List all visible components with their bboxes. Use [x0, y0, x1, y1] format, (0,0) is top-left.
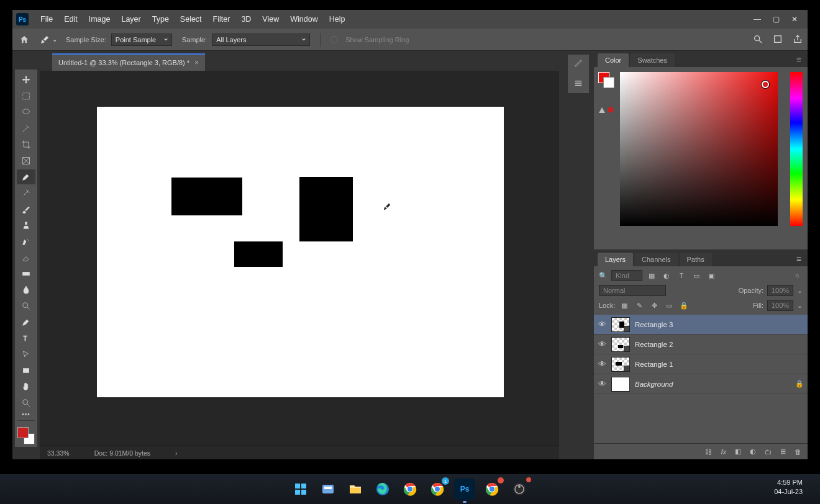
delete-layer-icon[interactable]: 🗑: [795, 448, 801, 456]
clone-stamp-tool[interactable]: [17, 218, 35, 233]
eraser-tool[interactable]: [17, 250, 35, 265]
properties-icon[interactable]: [573, 78, 583, 89]
taskbar-chrome[interactable]: [399, 479, 421, 500]
lock-transparency-icon[interactable]: ▦: [619, 300, 630, 310]
sample-select[interactable]: All Layers: [212, 34, 310, 46]
color-swatches[interactable]: [17, 427, 35, 444]
link-layers-icon[interactable]: ⛓: [705, 448, 712, 456]
menu-3d[interactable]: 3D: [235, 15, 257, 24]
opacity-dropdown-icon[interactable]: ⌄: [797, 287, 803, 295]
taskbar-chrome-canary[interactable]: [481, 479, 503, 500]
swatches-tab[interactable]: Swatches: [630, 53, 675, 67]
hand-tool[interactable]: [17, 379, 35, 394]
pen-tool[interactable]: [17, 315, 35, 330]
search-icon[interactable]: [753, 34, 763, 45]
rectangle-tool[interactable]: [17, 363, 35, 378]
layer-name[interactable]: Rectangle 3: [635, 321, 804, 328]
edit-toolbar[interactable]: •••: [22, 411, 30, 418]
taskbar-chrome-alt[interactable]: 1: [427, 479, 448, 500]
healing-brush-tool[interactable]: [17, 186, 35, 200]
layer-row[interactable]: 👁 Rectangle 1: [594, 354, 808, 374]
color-tab[interactable]: Color: [598, 53, 629, 67]
status-chevron-icon[interactable]: ›: [175, 449, 178, 457]
ruler-icon[interactable]: [573, 58, 583, 70]
window-minimize[interactable]: —: [748, 12, 767, 26]
taskbar-photoshop[interactable]: Ps: [454, 479, 475, 500]
type-tool[interactable]: T: [17, 331, 35, 346]
eyedropper-tool[interactable]: [17, 169, 35, 184]
panel-color-swatches[interactable]: [598, 72, 614, 88]
panel-bg-color[interactable]: [603, 77, 614, 88]
window-close[interactable]: ✕: [785, 12, 804, 26]
blur-tool[interactable]: [17, 282, 35, 297]
filter-smart-icon[interactable]: ▣: [706, 271, 717, 281]
frame-icon[interactable]: [773, 34, 783, 45]
menu-window[interactable]: Window: [285, 15, 323, 24]
close-tab-icon[interactable]: ×: [194, 58, 199, 67]
menu-view[interactable]: View: [257, 15, 285, 24]
paths-tab[interactable]: Paths: [680, 253, 712, 266]
new-layer-icon[interactable]: ⊞: [780, 448, 786, 456]
gradient-tool[interactable]: [17, 266, 35, 281]
lock-artboard-icon[interactable]: ▭: [663, 300, 675, 310]
magic-wand-tool[interactable]: [17, 121, 35, 136]
brush-tool[interactable]: [17, 202, 35, 217]
menu-image[interactable]: Image: [83, 15, 116, 24]
zoom-tool[interactable]: [17, 395, 35, 410]
fill-input[interactable]: 100%: [767, 300, 793, 311]
menu-select[interactable]: Select: [175, 15, 207, 24]
menu-layer[interactable]: Layer: [116, 15, 146, 24]
layer-row[interactable]: 👁 Background 🔒: [594, 374, 808, 394]
layer-row[interactable]: 👁 Rectangle 2: [594, 335, 808, 354]
lock-position-icon[interactable]: ✥: [649, 300, 660, 310]
taskbar-file-explorer[interactable]: [345, 479, 366, 500]
filter-toggle[interactable]: ○: [791, 271, 803, 281]
color-panel-menu-icon[interactable]: ≡: [790, 52, 808, 67]
blend-mode-select[interactable]: Normal: [599, 285, 666, 296]
marquee-tool[interactable]: [17, 89, 35, 104]
lasso-tool[interactable]: [17, 105, 35, 120]
layer-kind-select[interactable]: Kind: [611, 270, 642, 281]
history-brush-tool[interactable]: [17, 234, 35, 249]
gamut-warning[interactable]: [599, 107, 614, 113]
dodge-tool[interactable]: [17, 299, 35, 313]
layer-name[interactable]: Rectangle 1: [635, 361, 804, 368]
doc-info[interactable]: Doc: 9.01M/0 bytes: [94, 449, 150, 457]
taskbar-copilot[interactable]: [317, 479, 339, 500]
filter-search-icon[interactable]: 🔍: [599, 272, 608, 280]
layers-panel-menu-icon[interactable]: ≡: [790, 251, 808, 266]
layer-visibility-icon[interactable]: 👁: [598, 340, 606, 349]
fill-dropdown-icon[interactable]: ⌄: [797, 302, 803, 310]
share-icon[interactable]: [793, 34, 803, 45]
layer-row[interactable]: 👁 Rectangle 3: [594, 315, 808, 335]
move-tool[interactable]: [17, 73, 35, 88]
menu-edit[interactable]: Edit: [58, 15, 83, 24]
sample-size-select[interactable]: Point Sample: [111, 34, 172, 46]
channels-tab[interactable]: Channels: [634, 253, 678, 266]
filter-adjustment-icon[interactable]: ◐: [661, 271, 672, 281]
saturation-brightness-field[interactable]: [620, 72, 778, 226]
menu-filter[interactable]: Filter: [207, 15, 236, 24]
home-icon[interactable]: [17, 33, 31, 47]
adjustment-layer-icon[interactable]: ◐: [750, 448, 756, 456]
filter-type-icon[interactable]: T: [676, 271, 687, 281]
closest-color-swatch[interactable]: [608, 107, 614, 113]
layer-thumbnail[interactable]: [611, 317, 630, 332]
layer-style-icon[interactable]: fx: [721, 448, 726, 456]
lock-all-icon[interactable]: 🔒: [678, 300, 690, 310]
layers-tab[interactable]: Layers: [598, 253, 633, 266]
layer-visibility-icon[interactable]: 👁: [598, 379, 606, 389]
layer-name[interactable]: Background: [635, 380, 790, 388]
zoom-level[interactable]: 33.33%: [47, 449, 70, 457]
layer-mask-icon[interactable]: ◧: [735, 448, 741, 456]
foreground-color[interactable]: [17, 427, 29, 438]
layer-thumbnail[interactable]: [611, 357, 630, 372]
canvas-background[interactable]: [40, 71, 559, 446]
layer-visibility-icon[interactable]: 👁: [598, 359, 606, 369]
path-selection-tool[interactable]: [17, 347, 35, 362]
opacity-input[interactable]: 100%: [767, 285, 793, 296]
canvas[interactable]: [97, 107, 504, 397]
filter-pixel-icon[interactable]: ▦: [646, 271, 657, 281]
crop-tool[interactable]: [17, 137, 35, 152]
window-restore[interactable]: ▢: [767, 12, 785, 26]
